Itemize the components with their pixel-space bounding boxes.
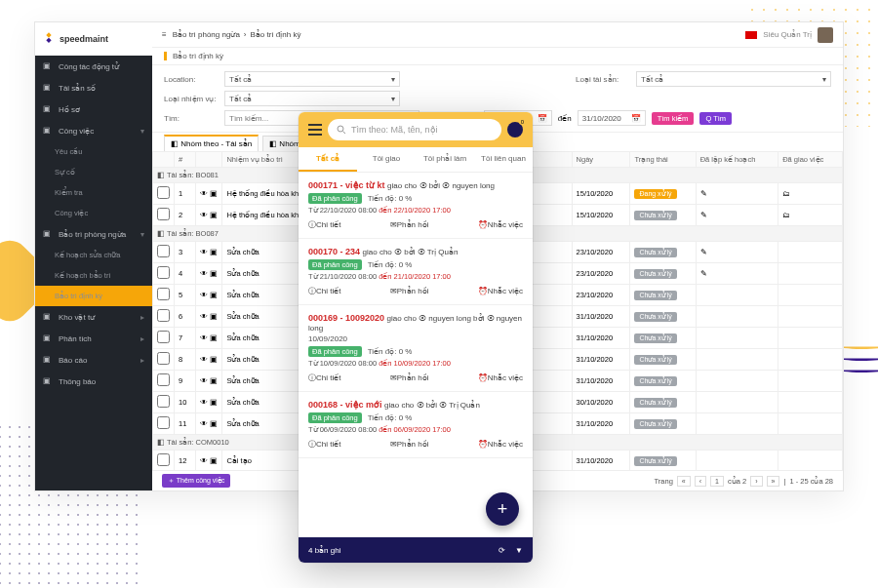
sidebar-item-label: Yêu cầu bbox=[55, 147, 82, 156]
tab-group-asset[interactable]: ◧ Nhóm theo - Tài sản bbox=[164, 135, 259, 151]
page-total: của 2 bbox=[728, 477, 746, 486]
sidebar-item[interactable]: ▣Công việc▾ bbox=[35, 120, 152, 141]
mobile-search-input[interactable]: Tìm theo: Mã, tên, nội bbox=[328, 119, 501, 140]
mobile-tab[interactable]: Tất cả bbox=[299, 147, 357, 172]
feedback-action[interactable]: ✉Phản hồi bbox=[390, 286, 429, 296]
search-label: Tìm: bbox=[164, 114, 219, 123]
search-button[interactable]: Tìm kiếm bbox=[652, 112, 695, 125]
bell-icon[interactable]: 0 bbox=[507, 122, 523, 137]
folder-icon: ▣ bbox=[43, 104, 53, 114]
menu-toggle-icon[interactable]: ≡ bbox=[162, 30, 167, 39]
sidebar-item[interactable]: Kiểm tra bbox=[35, 182, 152, 203]
mobile-search-placeholder: Tìm theo: Mã, tên, nội bbox=[351, 125, 438, 135]
sidebar: speedmaint ▣Công tác động tử▣Tài sản số▣… bbox=[35, 22, 152, 490]
filter-icon[interactable]: ▼ bbox=[515, 546, 523, 555]
sidebar-item-label: Kế hoạch bảo trì bbox=[55, 271, 111, 280]
bell-icon: ▣ bbox=[43, 376, 53, 386]
fab-add-button[interactable]: + bbox=[486, 492, 519, 526]
sidebar-item[interactable]: ▣Báo cáo▸ bbox=[35, 349, 152, 371]
chevron-icon: ▸ bbox=[140, 334, 144, 343]
sidebar-item[interactable]: Sự cố bbox=[35, 162, 152, 182]
date-to-label: đến bbox=[558, 114, 572, 123]
page-last[interactable]: » bbox=[767, 476, 780, 487]
logo-text: speedmaint bbox=[60, 34, 108, 44]
grid-header-cell[interactable]: # bbox=[175, 152, 196, 168]
breadcrumb-a[interactable]: Bảo trì phòng ngừa bbox=[173, 30, 240, 39]
detail-action[interactable]: ⓘChi tiết bbox=[308, 372, 340, 383]
sidebar-item[interactable]: ▣Tài sản số bbox=[35, 77, 152, 98]
hamburger-icon[interactable] bbox=[308, 124, 322, 136]
mobile-tab[interactable]: Tôi giao bbox=[357, 147, 416, 172]
feedback-action[interactable]: ✉Phản hồi bbox=[390, 439, 429, 450]
calendar-icon: ▣ bbox=[43, 229, 53, 239]
sidebar-item-label: Công việc bbox=[55, 209, 88, 217]
sidebar-item[interactable]: ▣Hồ sơ bbox=[35, 98, 152, 120]
grid-header-cell[interactable] bbox=[153, 152, 175, 168]
sidebar-item[interactable]: ▣Phân tích▸ bbox=[35, 328, 152, 349]
mobile-tabs: Tất cảTôi giaoTôi phải làmTôi liên quan bbox=[299, 147, 533, 173]
mobile-overlay: Tìm theo: Mã, tên, nội 0 Tất cảTôi giaoT… bbox=[299, 112, 533, 563]
page-prev[interactable]: ‹ bbox=[695, 476, 706, 487]
page-current[interactable]: 1 bbox=[710, 476, 724, 487]
status-badge: Đã phân công bbox=[308, 259, 362, 270]
grid-header-cell[interactable]: Đã lập kế hoạch bbox=[696, 152, 778, 168]
detail-action[interactable]: ⓘChi tiết bbox=[308, 286, 340, 296]
add-task-button[interactable]: ＋ Thêm công việc bbox=[162, 474, 230, 488]
task-card[interactable]: 000171 - việc từ kt giao cho ⦿ bởi ⦿ ngu… bbox=[299, 173, 533, 239]
location-select[interactable]: Tất cả▾ bbox=[224, 71, 400, 87]
sidebar-item-label: Công việc bbox=[59, 127, 94, 136]
sidebar-item-label: Phân tích bbox=[59, 334, 92, 343]
refresh-icon[interactable]: ⟳ bbox=[499, 546, 505, 555]
sidebar-item[interactable]: Công việc bbox=[35, 203, 152, 223]
breadcrumb-b[interactable]: Bảo trì định kỳ bbox=[251, 30, 301, 39]
topbar: ≡ Bảo trì phòng ngừa › Bảo trì định kỳ S… bbox=[152, 22, 843, 48]
page-first[interactable]: « bbox=[677, 476, 691, 487]
page-subtitle: Bảo trì định kỳ bbox=[152, 48, 843, 65]
task-type-select[interactable]: Tất cả▾ bbox=[224, 91, 400, 106]
remind-action[interactable]: ⏰Nhắc việc bbox=[478, 439, 523, 450]
sidebar-item[interactable]: ▣Bảo trì phòng ngừa▾ bbox=[35, 223, 152, 245]
task-card[interactable]: 000170 - 234 giao cho ⦿ bởi ⦿ Trị QuảnĐã… bbox=[299, 239, 533, 305]
status-badge: Đã phân công bbox=[308, 412, 362, 423]
task-card[interactable]: 000169 - 10092020 giao cho ⦿ nguyen long… bbox=[299, 305, 533, 392]
sidebar-item[interactable]: Kế hoạch bảo trì bbox=[35, 265, 152, 286]
sidebar-item[interactable]: ▣Công tác động tử bbox=[35, 56, 152, 77]
detail-action[interactable]: ⓘChi tiết bbox=[308, 219, 340, 230]
mobile-tab[interactable]: Tôi liên quan bbox=[474, 147, 533, 172]
quick-search-button[interactable]: Q Tìm bbox=[699, 112, 732, 125]
task-card[interactable]: 000168 - việc mới giao cho ⦿ bởi ⦿ Trị Q… bbox=[299, 392, 533, 458]
sidebar-item[interactable]: ▣Kho vật tư▸ bbox=[35, 306, 152, 328]
location-label: Location: bbox=[164, 75, 219, 84]
status-badge: Đã phân công bbox=[308, 193, 362, 204]
flag-icon[interactable] bbox=[745, 31, 757, 39]
sidebar-item-label: Thông báo bbox=[59, 377, 96, 386]
grid-header-cell[interactable]: Ngày bbox=[572, 152, 630, 168]
grid-header-cell[interactable] bbox=[196, 152, 222, 168]
feedback-action[interactable]: ✉Phản hồi bbox=[390, 372, 429, 383]
sidebar-item-label: Bảo trì định kỳ bbox=[55, 292, 102, 300]
page-next[interactable]: › bbox=[750, 476, 762, 487]
sidebar-item[interactable]: ▣Thông báo bbox=[35, 371, 152, 392]
grid-header-cell[interactable]: Đã giao việc bbox=[778, 152, 843, 168]
sidebar-item-label: Kế hoạch sửa chữa bbox=[55, 251, 121, 259]
feedback-action[interactable]: ✉Phản hồi bbox=[390, 219, 429, 230]
sidebar-item[interactable]: Kế hoạch sửa chữa bbox=[35, 245, 152, 265]
date-to-input[interactable]: 31/10/2020📅 bbox=[578, 110, 646, 126]
chart-icon: ▣ bbox=[43, 333, 53, 343]
detail-action[interactable]: ⓘChi tiết bbox=[308, 439, 340, 450]
logo: speedmaint bbox=[35, 22, 152, 56]
sidebar-item-label: Kiểm tra bbox=[55, 188, 83, 197]
avatar[interactable] bbox=[818, 27, 833, 43]
grid-header-cell[interactable]: Trạng thái bbox=[630, 152, 696, 168]
sidebar-item[interactable]: Yêu cầu bbox=[35, 141, 152, 162]
layers-icon: ▣ bbox=[43, 83, 53, 93]
mobile-tab[interactable]: Tôi phải làm bbox=[416, 147, 474, 172]
sidebar-item[interactable]: Bảo trì định kỳ bbox=[35, 286, 152, 306]
remind-action[interactable]: ⏰Nhắc việc bbox=[478, 219, 523, 230]
user-name[interactable]: Siêu Quản Trị bbox=[763, 30, 812, 39]
sidebar-item-label: Sự cố bbox=[55, 168, 75, 176]
remind-action[interactable]: ⏰Nhắc việc bbox=[478, 286, 523, 296]
asset-type-select[interactable]: Tất cả▾ bbox=[636, 71, 831, 87]
remind-action[interactable]: ⏰Nhắc việc bbox=[478, 372, 523, 383]
sidebar-item-label: Hồ sơ bbox=[59, 105, 80, 114]
